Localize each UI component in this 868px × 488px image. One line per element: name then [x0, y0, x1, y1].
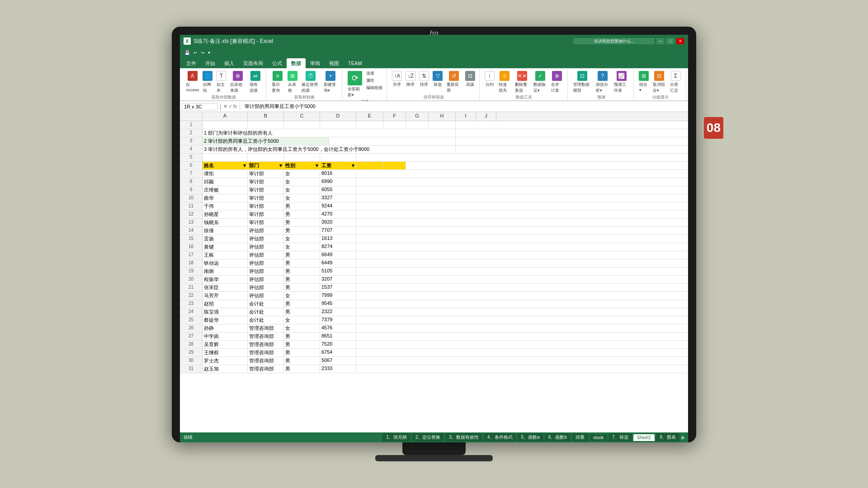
cell-c27[interactable]: 男 [284, 333, 320, 340]
cell-b20[interactable]: 评估部 [248, 276, 284, 283]
btn-asc[interactable]: ↑A 升序 [391, 70, 403, 89]
cell-a16[interactable]: 黄键 [203, 243, 248, 251]
cell-b25[interactable]: 会计处 [248, 316, 284, 324]
tab-home[interactable]: 开始 [201, 58, 220, 68]
cell-b1[interactable] [248, 121, 284, 129]
cell-a18[interactable]: 铁动远 [203, 259, 248, 267]
cell-a13[interactable]: 钱晓东 [203, 219, 248, 226]
sheet-tab-chart[interactable]: 9、图表 [656, 433, 679, 441]
cell-a17[interactable]: 王栋 [203, 251, 248, 259]
tab-review[interactable]: 审阅 [306, 58, 325, 68]
cell-c6-header[interactable]: 性别 ▾ [284, 162, 320, 169]
cell-a27[interactable]: 中学岗 [203, 333, 248, 340]
btn-access[interactable]: A 自Access [184, 70, 200, 93]
cell-d1[interactable] [320, 121, 356, 129]
tab-file[interactable]: 文件 [182, 58, 201, 68]
sheet-tab-funcb[interactable]: 6、函数b [545, 433, 571, 441]
cell-c28[interactable]: 男 [284, 341, 320, 348]
cell-d20[interactable]: 3207 [320, 276, 356, 283]
cell-b8[interactable]: 审计部 [248, 178, 284, 186]
sheet-tab-locate[interactable]: 2、定位替换 [412, 433, 444, 441]
cell-e1[interactable] [356, 121, 383, 129]
save-icon[interactable]: 💾 [184, 49, 191, 56]
cell-a29[interactable]: 王继权 [203, 349, 248, 357]
sheet-tab-funca[interactable]: 5、函数a [518, 433, 543, 441]
btn-consolidate[interactable]: ⊕ 合并计算 [549, 70, 564, 94]
cell-c18[interactable]: 男 [284, 259, 320, 267]
btn-remove-dup[interactable]: ✕✕ 删除重复值 [513, 70, 531, 94]
cell-c19[interactable]: 男 [284, 267, 320, 275]
cell-c17[interactable]: 男 [284, 251, 320, 259]
cell-c24[interactable]: 男 [284, 308, 320, 316]
btn-reapply[interactable]: ↺ 重新应用 [445, 70, 463, 94]
cell-d12[interactable]: 4270 [320, 211, 356, 218]
cell-d19[interactable]: 5105 [320, 267, 356, 275]
cell-d7[interactable]: 8016 [320, 170, 356, 178]
btn-web[interactable]: 🌐 自网站 [201, 70, 214, 94]
sheet-tab-sheet1[interactable]: Sheet1 [633, 434, 655, 441]
cell-b21[interactable]: 评估部 [248, 284, 284, 291]
formula-input[interactable] [243, 103, 686, 110]
cell-d6-header[interactable]: 工资 ▾ [320, 162, 356, 169]
cell-c11[interactable]: 男 [284, 202, 320, 210]
cell-d29[interactable]: 6754 [320, 349, 356, 357]
cell-c10[interactable]: 女 [284, 194, 320, 202]
cell-b10[interactable]: 审计部 [248, 194, 284, 202]
sheet-tab-dedup[interactable]: 排重 [572, 433, 588, 441]
cell-b19[interactable]: 评估部 [248, 267, 284, 275]
cell-d21[interactable]: 1537 [320, 284, 356, 291]
cell-d15[interactable]: 1613 [320, 235, 356, 243]
btn-desc[interactable]: ↓Z 降序 [404, 70, 417, 89]
cell-a23[interactable]: 赵招 [203, 300, 248, 308]
cell-c5[interactable] [284, 154, 320, 161]
cell-b16[interactable]: 评估部 [248, 243, 284, 251]
cell-d9[interactable]: 6055 [320, 186, 356, 194]
cell-a1[interactable] [203, 121, 248, 129]
tab-layout[interactable]: 页面布局 [239, 58, 268, 68]
cell-c1[interactable] [284, 121, 320, 129]
cell-c21[interactable]: 男 [284, 284, 320, 291]
cell-c20[interactable]: 男 [284, 276, 320, 283]
btn-show-query[interactable]: ≡ 显示查询 [270, 70, 285, 94]
btn-text-to-col[interactable]: ⫶ 分列 [483, 70, 496, 89]
btn-subtotal[interactable]: Σ 分类汇总 [668, 70, 683, 94]
cell-b9[interactable]: 审计部 [248, 186, 284, 194]
btn-data-validation[interactable]: ✓ 数据验证▾ [532, 70, 548, 94]
cell-b24[interactable]: 会计处 [248, 308, 284, 316]
cell-a22[interactable]: 马芳芹 [203, 292, 248, 300]
cell-a25[interactable]: 蔡徒华 [203, 316, 248, 324]
cell-f6[interactable] [383, 162, 406, 169]
cell-c9[interactable]: 女 [284, 186, 320, 194]
cell-b15[interactable]: 评估部 [248, 235, 284, 243]
cell-d23[interactable]: 9545 [320, 300, 356, 308]
cell-c26[interactable]: 女 [284, 324, 320, 332]
cell-c29[interactable]: 男 [284, 349, 320, 357]
cell-b17[interactable]: 评估部 [248, 251, 284, 259]
cell-g1[interactable] [406, 121, 429, 129]
cell-b27[interactable]: 管理咨询部 [248, 333, 284, 340]
cell-b3[interactable] [329, 137, 456, 145]
cell-a9[interactable]: 庄维敏 [203, 186, 248, 194]
cell-a3[interactable]: 2 审计部的男同事且工资小于5000 [203, 137, 329, 145]
cell-d31[interactable]: 2333 [320, 365, 356, 373]
btn-recent-sources[interactable]: ⏱ 最近使用的源 [300, 70, 321, 94]
sheet-tab-datavalid[interactable]: 3、数据有效性 [445, 433, 482, 441]
cell-d28[interactable]: 7520 [320, 341, 356, 348]
cell-a14[interactable]: 徐倩 [203, 227, 248, 235]
btn-group[interactable]: ⊞ 组合▾ [637, 70, 650, 93]
cell-e6[interactable] [356, 162, 383, 169]
confirm-formula-icon[interactable]: ✓ [228, 103, 232, 109]
btn-new-query[interactable]: + 新建查询▾ [322, 70, 339, 94]
search-box[interactable]: 告诉我您想要做什么... [573, 38, 655, 44]
btn-properties[interactable]: 属性 [365, 77, 384, 84]
cell-d11[interactable]: 9244 [320, 202, 356, 210]
cell-b6-header[interactable]: 部门 ▾ [248, 162, 284, 169]
sheet-tab-vlook[interactable]: vlook [590, 434, 607, 441]
cell-a24[interactable]: 陈宝强 [203, 308, 248, 316]
cell-b23[interactable]: 会计处 [248, 300, 284, 308]
cell-a31[interactable]: 赵玉旭 [203, 365, 248, 373]
btn-other-sources[interactable]: ⊕ 自其他来源 [228, 70, 246, 94]
btn-from-table[interactable]: ⊞ 从表格 [286, 70, 299, 94]
sheet-add-icon[interactable]: ⊕ [681, 435, 684, 440]
cell-d8[interactable]: 6990 [320, 178, 356, 186]
